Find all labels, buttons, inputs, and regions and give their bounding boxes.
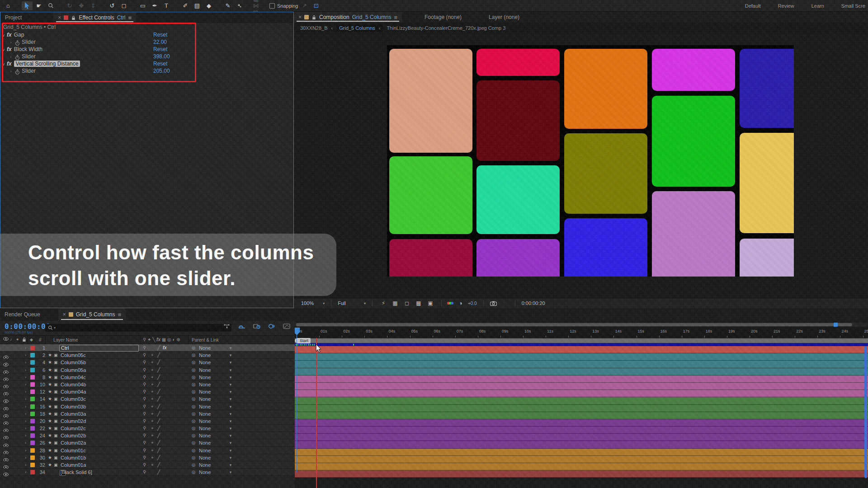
pickwhip-icon[interactable]: ◎ xyxy=(192,403,196,410)
quality-switch-icon[interactable]: ✦ xyxy=(151,432,154,439)
label-color-chip[interactable] xyxy=(30,382,35,387)
layer-row[interactable]: ›32★▣Column01a⚲✦╱◎None▼ xyxy=(0,461,295,469)
layer-row[interactable]: ›18★▣Column03a⚲✦╱◎None▼ xyxy=(0,410,295,418)
fx-switch-icon[interactable]: fx xyxy=(163,344,167,352)
parent-select[interactable]: None xyxy=(199,359,211,366)
pickwhip-icon[interactable]: ◎ xyxy=(192,410,196,418)
anchor-switch-icon[interactable]: ⚲ xyxy=(143,344,146,352)
eye-icon[interactable] xyxy=(3,470,9,478)
snapping-toggle[interactable]: Snapping xyxy=(269,3,298,9)
pickwhip-icon[interactable]: ◎ xyxy=(192,366,196,374)
pickwhip-icon[interactable]: ◎ xyxy=(192,447,196,454)
pen-tool-icon[interactable]: ✒ xyxy=(149,1,160,10)
anchor-switch-icon[interactable]: ⚲ xyxy=(143,425,146,432)
anchor-switch-icon[interactable]: ⚲ xyxy=(143,366,146,374)
twirl-right-icon[interactable]: › xyxy=(25,403,26,410)
layer-name[interactable]: Column03c xyxy=(61,395,86,403)
layer-duration-bar[interactable] xyxy=(295,353,868,361)
anchor-switch-icon[interactable]: ⚲ xyxy=(143,374,146,381)
continuous-raster-switch-icon[interactable]: ╱ xyxy=(157,359,160,366)
twirl-right-icon[interactable]: › xyxy=(25,381,26,388)
layer-name[interactable]: Column01a xyxy=(61,461,86,469)
label-color-chip[interactable] xyxy=(30,368,35,372)
current-time-indicator-line[interactable] xyxy=(316,338,317,488)
quality-switch-icon[interactable]: ✦ xyxy=(151,418,154,425)
breadcrumb-current-comp[interactable]: Grid_5 Columns ‹ xyxy=(336,24,383,32)
parent-select[interactable]: None xyxy=(199,403,211,410)
workspace-item[interactable]: Review xyxy=(778,3,794,9)
continuous-raster-switch-icon[interactable]: ╱ xyxy=(157,352,160,359)
continuous-raster-switch-icon[interactable]: ╱ xyxy=(157,447,160,454)
mini-flowchart-icon[interactable] xyxy=(223,324,231,329)
anchor-switch-icon[interactable]: ⚲ xyxy=(143,410,146,418)
effect-param-row[interactable]: ›Slider22.00 xyxy=(0,38,293,46)
breadcrumb-root[interactable]: 30XXN28_B xyxy=(300,25,328,31)
region-of-interest-icon[interactable]: ◻ xyxy=(402,300,411,306)
effect-reset-link[interactable]: Reset xyxy=(153,46,167,53)
layer-duration-bar[interactable] xyxy=(295,419,868,427)
layer-row[interactable]: ›1Ctrl⚲╱fx◎None▼ xyxy=(0,344,295,352)
parent-select[interactable]: None xyxy=(199,352,211,359)
pickwhip-icon[interactable]: ◎ xyxy=(192,439,196,446)
continuous-raster-switch-icon[interactable]: ╱ xyxy=(157,439,160,446)
quality-switch-icon[interactable]: ✦ xyxy=(151,381,154,388)
pickwhip-icon[interactable]: ◎ xyxy=(192,359,196,366)
transparency-grid-icon[interactable]: ▩ xyxy=(414,300,423,306)
parent-select[interactable]: None xyxy=(199,425,211,432)
tab-project[interactable]: Project xyxy=(0,12,26,23)
twirl-down-icon[interactable]: ∨ xyxy=(0,32,7,39)
exposure-reset-icon[interactable]: ◑ xyxy=(456,300,465,306)
parent-select[interactable]: None xyxy=(199,439,211,446)
pickwhip-icon[interactable]: ◎ xyxy=(192,381,196,388)
layer-row[interactable]: ›4★▣Column05b⚲✦╱◎None▼ xyxy=(0,359,295,366)
parent-select[interactable]: None xyxy=(199,410,211,418)
parent-select[interactable]: None xyxy=(199,418,211,425)
label-color-chip[interactable] xyxy=(30,433,35,438)
current-timecode[interactable]: 0:00:00:00 xyxy=(5,322,50,331)
layer-duration-bar[interactable] xyxy=(295,383,868,390)
magnification-select[interactable]: 100% xyxy=(301,300,314,306)
motion-blur-icon[interactable] xyxy=(268,324,275,329)
tab-layer[interactable]: Layer (none) xyxy=(484,12,524,23)
hand-tool-icon[interactable]: ☛ xyxy=(33,1,44,10)
label-color-chip[interactable] xyxy=(30,404,35,409)
label-color-chip[interactable] xyxy=(30,448,35,453)
label-color-chip[interactable] xyxy=(30,397,35,401)
layer-duration-bar[interactable] xyxy=(295,361,868,368)
layer-name[interactable]: Column03a xyxy=(61,410,86,418)
layer-duration-bar[interactable] xyxy=(295,427,868,434)
label-color-chip[interactable] xyxy=(30,412,35,416)
layer-row[interactable]: ›22★▣Column02c⚲✦╱◎None▼ xyxy=(0,425,295,432)
zoom-tool-icon[interactable] xyxy=(45,1,56,10)
layer-name[interactable]: Column02b xyxy=(61,432,86,439)
label-color-chip[interactable] xyxy=(30,375,35,380)
anchor-switch-icon[interactable]: ⚲ xyxy=(143,469,146,476)
twirl-right-icon[interactable]: › xyxy=(25,418,26,425)
label-color-chip[interactable] xyxy=(30,353,35,357)
layer-name[interactable]: Column03b xyxy=(61,403,86,410)
twirl-right-icon[interactable]: › xyxy=(25,432,26,439)
continuous-raster-switch-icon[interactable]: ╱ xyxy=(157,418,160,425)
continuous-raster-switch-icon[interactable]: ╱ xyxy=(157,432,160,439)
anchor-switch-icon[interactable]: ⚲ xyxy=(143,447,146,454)
layer-name[interactable]: Column05b xyxy=(61,359,86,366)
continuous-raster-switch-icon[interactable]: ╱ xyxy=(157,374,160,381)
twirl-down-icon[interactable]: ∨ xyxy=(0,61,7,68)
twirl-right-icon[interactable]: › xyxy=(8,53,14,61)
parent-select[interactable]: None xyxy=(199,461,211,469)
twirl-right-icon[interactable]: › xyxy=(25,447,26,454)
effect-name[interactable]: Block Width xyxy=(14,46,42,52)
brush-tool-icon[interactable]: ✐ xyxy=(180,1,191,10)
effect-name[interactable]: Vertical Scrolling Distance xyxy=(14,61,80,67)
layer-row[interactable]: ›6★▣Column05a⚲✦╱◎None▼ xyxy=(0,366,295,374)
snap-options-icon[interactable]: ⊡ xyxy=(311,1,322,10)
pickwhip-icon[interactable]: ◎ xyxy=(192,352,196,359)
frame-blending-icon[interactable] xyxy=(253,324,260,329)
anchor-switch-icon[interactable]: ⚲ xyxy=(143,381,146,388)
layer-duration-bar[interactable] xyxy=(295,441,868,448)
lock-icon[interactable] xyxy=(311,15,316,20)
anchor-switch-icon[interactable]: ⚲ xyxy=(143,403,146,410)
lock-icon[interactable] xyxy=(71,15,76,20)
shape-tool-icon[interactable]: ▭ xyxy=(137,1,148,10)
twirl-right-icon[interactable]: › xyxy=(25,461,26,469)
